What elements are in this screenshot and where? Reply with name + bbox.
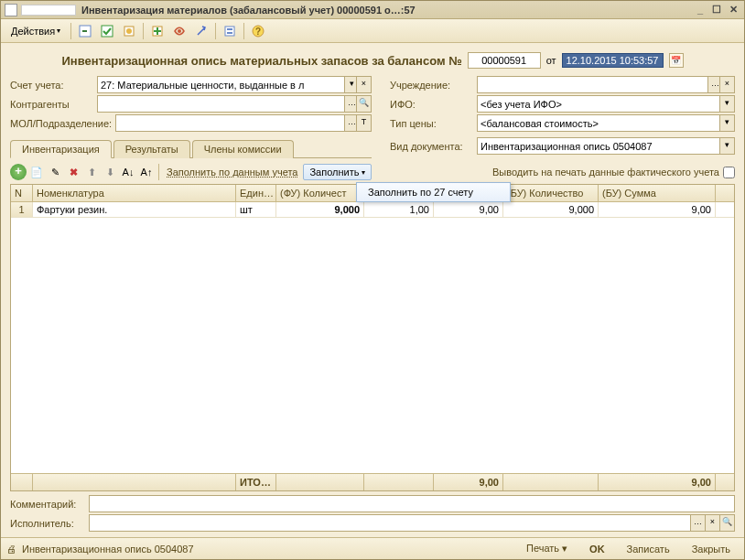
- close-button[interactable]: ✕: [726, 4, 740, 16]
- status-bar: 🖨 Инвентаризационная опись 0504087 Печат…: [1, 537, 744, 559]
- copy-row-icon[interactable]: 📄: [28, 164, 45, 180]
- document-number-input[interactable]: [468, 52, 541, 69]
- org-label: Учреждение:: [390, 80, 477, 91]
- ok-button[interactable]: OK: [581, 541, 613, 557]
- footer-label: ИТО…: [236, 474, 276, 490]
- exec-label: Исполнитель:: [10, 518, 89, 529]
- svg-rect-7: [227, 28, 232, 30]
- comment-input[interactable]: [89, 495, 735, 512]
- sort-desc-icon[interactable]: A↑: [138, 164, 155, 180]
- document-title: Инвентаризационная опись материальных за…: [62, 54, 462, 68]
- clear-icon[interactable]: ×: [719, 77, 734, 92]
- inventory-grid: N Номенклатура Един… (ФУ) Количест (БУ) …: [10, 184, 735, 491]
- contr-input[interactable]: … 🔍: [97, 95, 372, 113]
- tab-results[interactable]: Результаты: [113, 140, 190, 158]
- mol-input[interactable]: … T: [115, 114, 372, 132]
- tab-commission[interactable]: Члены комиссии: [192, 140, 294, 158]
- maximize-button[interactable]: ☐: [709, 4, 724, 16]
- text-icon[interactable]: T: [356, 115, 371, 131]
- fill-button[interactable]: Заполнить▾: [303, 164, 372, 180]
- delete-row-icon[interactable]: ✖: [65, 164, 81, 180]
- calendar-icon[interactable]: 📅: [669, 53, 684, 68]
- tool-icon-5[interactable]: [169, 22, 189, 40]
- save-button[interactable]: Записать: [619, 541, 678, 557]
- price-input[interactable]: <балансовая стоимость> ▾: [477, 114, 735, 132]
- sort-asc-icon[interactable]: A↓: [120, 164, 136, 180]
- tool-icon-1[interactable]: [75, 22, 95, 40]
- print-fact-checkbox[interactable]: [723, 167, 735, 178]
- svg-rect-1: [102, 26, 113, 37]
- col-n[interactable]: N: [11, 185, 33, 201]
- add-row-button[interactable]: +: [10, 164, 27, 180]
- move-up-icon[interactable]: ⬆: [83, 164, 100, 180]
- col-bs[interactable]: (БУ) Сумма: [599, 185, 716, 201]
- help-icon[interactable]: ?: [248, 22, 268, 40]
- tool-icon-7[interactable]: [220, 22, 240, 40]
- dropdown-icon[interactable]: ▾: [719, 96, 734, 112]
- lookup-icon[interactable]: …: [690, 515, 705, 531]
- clear-icon[interactable]: ×: [705, 515, 719, 531]
- svg-text:?: ?: [255, 27, 261, 37]
- dropdown-icon[interactable]: ▾: [719, 138, 734, 154]
- org-input[interactable]: … ×: [477, 76, 735, 93]
- actions-menu[interactable]: Действия ▾: [5, 22, 67, 40]
- mol-label: МОЛ/Подразделение:: [10, 118, 115, 129]
- main-toolbar: Действия ▾ ?: [1, 19, 744, 43]
- edit-row-icon[interactable]: ✎: [47, 164, 63, 180]
- minimize-button[interactable]: _: [693, 4, 707, 16]
- contr-label: Контрагенты: [10, 99, 97, 110]
- col-bk[interactable]: (БУ) Количество: [503, 185, 599, 201]
- tab-inventory[interactable]: Инвентаризация: [10, 140, 112, 158]
- titlebar: Инвентаризация материалов (забалансовый …: [1, 1, 744, 19]
- col-fk[interactable]: (ФУ) Количест: [276, 185, 364, 201]
- document-date[interactable]: 12.10.2015 10:53:57: [562, 53, 664, 68]
- search-icon[interactable]: 🔍: [719, 515, 734, 531]
- print-button[interactable]: Печать ▾: [518, 540, 576, 557]
- comment-label: Комментарий:: [10, 499, 89, 510]
- close-button[interactable]: Закрыть: [684, 541, 739, 557]
- ifo-input[interactable]: <без учета ИФО> ▾: [477, 95, 735, 113]
- clear-icon[interactable]: ×: [356, 77, 371, 92]
- print-fact-label: Выводить на печать данные фактического у…: [492, 167, 719, 178]
- move-down-icon[interactable]: ⬇: [102, 164, 118, 180]
- printer-icon[interactable]: 🖨: [6, 544, 16, 555]
- doctype-input[interactable]: Инвентаризационная опись 0504087 ▾: [477, 137, 735, 155]
- dropdown-icon[interactable]: ▾: [719, 115, 734, 131]
- document-title-row: Инвентаризационная опись материальных за…: [10, 52, 735, 69]
- svg-point-5: [178, 29, 181, 33]
- tool-icon-3[interactable]: [119, 22, 139, 40]
- fill-dropdown: Заполнить по 27 счету: [356, 182, 511, 202]
- exec-input[interactable]: … × 🔍: [89, 514, 735, 532]
- footer-bs: 9,00: [599, 474, 716, 490]
- svg-rect-8: [227, 32, 232, 34]
- table-row[interactable]: 1 Фартуки резин. шт 9,000 1,00 9,00 9,00…: [11, 202, 734, 218]
- tool-icon-2[interactable]: [97, 22, 117, 40]
- svg-rect-6: [225, 27, 234, 36]
- title-placeholder: [21, 5, 76, 16]
- ifo-label: ИФО:: [390, 99, 477, 110]
- account-label: Счет учета:: [10, 80, 97, 91]
- col-ed[interactable]: Един…: [236, 185, 276, 201]
- col-nom[interactable]: Номенклатура: [33, 185, 236, 201]
- grid-toolbar: + 📄 ✎ ✖ ⬆ ⬇ A↓ A↑ Заполнить по данным уч…: [10, 160, 735, 184]
- search-icon[interactable]: 🔍: [356, 96, 371, 112]
- account-input[interactable]: 27: Материальные ценности, выданные в л …: [97, 76, 372, 93]
- fill-by-27-item[interactable]: Заполнить по 27 счету: [357, 183, 510, 201]
- footer-f3: 9,00: [434, 474, 503, 490]
- svg-point-3: [126, 28, 132, 34]
- doctype-label: Вид документа:: [390, 141, 477, 152]
- price-label: Тип цены:: [390, 118, 477, 129]
- window-title: Инвентаризация материалов (забалансовый …: [81, 5, 691, 16]
- fill-by-account-link[interactable]: Заполнить по данным учета: [163, 167, 301, 178]
- status-doc: Инвентаризационная опись 0504087: [22, 544, 194, 555]
- tool-icon-6[interactable]: [191, 22, 211, 40]
- from-label: от: [546, 55, 556, 66]
- app-icon: [5, 4, 17, 16]
- tool-icon-4[interactable]: [147, 22, 167, 40]
